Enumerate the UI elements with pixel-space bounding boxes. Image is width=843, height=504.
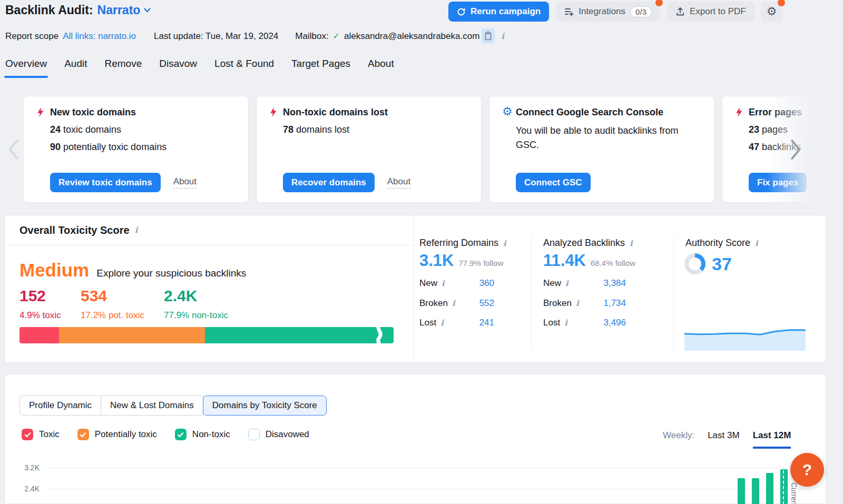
weekly-bar-non-toxic[interactable] [780, 469, 788, 504]
info-icon[interactable]: i [442, 279, 445, 288]
copy-email-button[interactable] [482, 28, 495, 44]
view-tab-new-lost-domains[interactable]: New & Lost Domains [101, 396, 203, 416]
weekly-label: Weekly: [663, 430, 694, 441]
legend-toxic-checkbox[interactable]: Toxic [22, 429, 60, 440]
divider [531, 236, 532, 351]
row-value[interactable]: 1,734 [603, 298, 626, 309]
stat-column-title: Referring Domains i [419, 238, 506, 249]
card-title: Non-toxic domains lost [283, 107, 388, 118]
lightning-icon [37, 107, 44, 117]
tab-overview[interactable]: Overview [5, 58, 47, 78]
chevron-down-icon [144, 8, 151, 13]
potentially-toxic-count[interactable]: 534 [81, 287, 107, 305]
panel-title: Overall Toxicity Score [19, 224, 130, 236]
report-meta-bar: Report scope All links: narrato.io Last … [5, 28, 504, 44]
mailbox-info-icon[interactable]: i [501, 32, 504, 41]
toxicity-stacked-bar [19, 327, 394, 343]
carousel-next-button[interactable] [789, 138, 807, 161]
page-title-text: Backlink Audit: [5, 3, 93, 17]
info-icon[interactable]: i [440, 318, 444, 328]
gridline [45, 468, 806, 468]
weekly-bar-non-toxic[interactable] [752, 478, 759, 504]
row-value[interactable]: 3,384 [603, 278, 626, 289]
tab-target-pages[interactable]: Target Pages [291, 58, 350, 78]
report-scope-link[interactable]: All links: narrato.io [63, 31, 136, 42]
row-label: New [419, 278, 437, 289]
row-value[interactable]: 360 [479, 278, 494, 289]
tab-remove[interactable]: Remove [105, 58, 142, 78]
tab-disavow[interactable]: Disavow [159, 58, 197, 78]
gridline [45, 489, 806, 489]
weekly-bar-non-toxic[interactable] [766, 473, 773, 504]
info-icon[interactable]: i [565, 279, 568, 288]
card-title: New toxic domains [50, 107, 136, 118]
about-link[interactable]: About [173, 176, 197, 189]
notification-dot [778, 0, 785, 6]
legend-non-toxic-checkbox[interactable]: Non-toxic [175, 429, 230, 440]
info-icon[interactable]: i [755, 239, 758, 248]
checkbox-checked-icon [175, 429, 187, 440]
authority-score-sparkline [684, 327, 806, 351]
toxicity-segment-non-toxic [205, 327, 394, 343]
info-icon[interactable]: i [503, 239, 506, 248]
row-label: Lost [543, 318, 560, 328]
mailbox-label: Mailbox: [295, 31, 328, 42]
view-tab-profile-dynamic[interactable]: Profile Dynamic [19, 396, 101, 416]
stat-row-lost: Losti 241 [419, 318, 494, 328]
info-icon[interactable]: i [564, 318, 567, 328]
chevron-right-icon [789, 139, 803, 160]
total-value[interactable]: 11.4K [543, 251, 586, 270]
integrations-icon [564, 7, 574, 16]
stat-value: 47 [749, 142, 759, 152]
card-stat-line: 78 domains lost [283, 124, 349, 135]
divider [673, 236, 674, 351]
divider [414, 215, 414, 362]
export-pdf-button[interactable]: Export to PDF [667, 2, 754, 22]
info-icon[interactable]: i [630, 239, 633, 248]
y-axis-tick: 2.4K [14, 485, 40, 493]
row-value[interactable]: 3,496 [603, 318, 626, 328]
info-icon[interactable]: i [452, 299, 455, 308]
chart-legend: Toxic Potentially toxic Non-toxic Disavo… [22, 429, 309, 440]
tab-lost-and-found[interactable]: Lost & Found [214, 58, 274, 78]
connect-gsc-button[interactable]: Connect GSC [516, 173, 591, 192]
last-update-text: Last update: Tue, Mar 19, 2024 [154, 31, 278, 42]
review-toxic-domains-button[interactable]: Review toxic domains [50, 173, 161, 192]
rerun-campaign-button[interactable]: Rerun campaign [448, 2, 549, 22]
help-button[interactable]: ? [790, 453, 824, 487]
integrations-button[interactable]: Integrations 0/3 [556, 2, 660, 22]
legend-potentially-toxic-checkbox[interactable]: Potentially toxic [77, 429, 157, 440]
stat-text: potentially toxic domains [63, 142, 166, 152]
view-tab-domains-by-toxicity[interactable]: Domains by Toxicity Score [203, 396, 327, 416]
legend-disavowed-checkbox[interactable]: Disavowed [248, 429, 309, 440]
carousel-prev-button[interactable] [6, 138, 24, 161]
integrations-label: Integrations [579, 6, 625, 17]
non-toxic-count[interactable]: 2.4K [164, 287, 197, 305]
range-last-3m[interactable]: Last 3M [708, 430, 739, 441]
row-value[interactable]: 241 [479, 318, 494, 328]
page-title: Backlink Audit: Narrato [5, 3, 151, 17]
project-selector[interactable]: Narrato [97, 3, 151, 17]
row-value[interactable]: 552 [479, 298, 494, 309]
info-icon[interactable]: i [135, 225, 138, 235]
export-pdf-label: Export to PDF [690, 6, 746, 17]
card-non-toxic-domains-lost: Non-toxic domains lost 78 domains lost R… [256, 96, 482, 203]
authority-score-donut [684, 253, 705, 274]
total-value[interactable]: 3.1K [419, 251, 454, 270]
overall-toxicity-panel: Overall Toxicity Score i Medium Explore … [4, 215, 826, 363]
tab-audit[interactable]: Audit [64, 58, 87, 78]
tab-about[interactable]: About [368, 58, 394, 78]
toxic-count[interactable]: 152 [19, 287, 46, 305]
recover-domains-button[interactable]: Recover domains [283, 173, 375, 192]
about-link[interactable]: About [387, 176, 410, 189]
project-name: Narrato [97, 3, 141, 17]
row-label: Lost [419, 318, 436, 328]
refresh-icon [457, 7, 466, 16]
toxicity-segment-potentially-toxic [59, 327, 205, 343]
weekly-bar-non-toxic[interactable] [738, 478, 745, 504]
info-icon[interactable]: i [576, 299, 579, 308]
authority-score-value: 37 [712, 254, 732, 274]
settings-button[interactable]: ⚙ [761, 2, 782, 22]
gear-icon: ⚙ [767, 6, 777, 17]
current-week-label: Current [790, 482, 798, 504]
